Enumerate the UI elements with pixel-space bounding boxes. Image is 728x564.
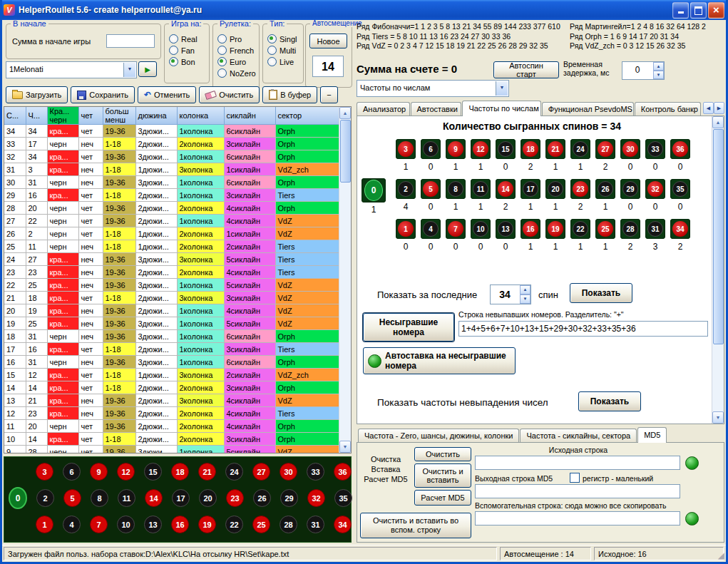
freq-number-21[interactable]: 21 [545,139,565,159]
freq-number-18[interactable]: 18 [521,139,540,159]
table-scrollbar[interactable] [339,107,351,453]
missed-numbers-button[interactable]: Несыгравшие номера [363,313,454,342]
board-number-30[interactable]: 30 [280,463,297,481]
freq-number-7[interactable]: 7 [446,219,466,239]
freq-number-27[interactable]: 27 [595,139,615,159]
strategy-select[interactable]: 1Melonati [6,61,137,78]
board-number-17[interactable]: 17 [172,489,190,507]
freq-number-14[interactable]: 14 [496,179,516,199]
spinner-up-icon[interactable] [653,62,664,71]
spinner-down-icon[interactable] [653,71,664,79]
freq-number-1[interactable]: 1 [396,219,416,239]
undo-button[interactable]: Отменить [138,86,196,103]
panel-scrollbar[interactable] [712,116,724,424]
board-number-28[interactable]: 28 [280,516,297,533]
delay-spinner[interactable]: 0 [622,61,665,80]
freq-number-5[interactable]: 5 [421,179,441,199]
scroll-down-icon[interactable] [339,441,351,453]
board-number-26[interactable]: 26 [253,489,271,507]
freq-number-9[interactable]: 9 [446,139,466,159]
maximize-button[interactable] [690,2,707,19]
table-scrollbar-thumb[interactable] [340,120,351,183]
board-number-12[interactable]: 12 [117,463,135,481]
column-header-сектор[interactable]: сектор [275,107,339,125]
buffer-button[interactable]: В буфер [262,86,317,103]
radio-real[interactable]: Real [169,34,209,43]
tab-частота-zero-шансы-дюжины-колонки[interactable]: Частота - Zero, шансы, дюжины, колонки [358,429,519,442]
board-number-23[interactable]: 23 [226,489,244,507]
board-number-8[interactable]: 8 [91,489,108,507]
tab-функционал-psevdoms[interactable]: Функционал PsevdoMS [542,102,634,116]
md5-source-input[interactable] [475,456,680,470]
start-sum-input[interactable] [106,34,155,48]
freq-number-13[interactable]: 13 [496,219,516,239]
board-number-27[interactable]: 27 [252,463,270,481]
mode-select[interactable]: Частоты по числам [357,80,509,97]
freq-number-28[interactable]: 28 [620,219,640,239]
board-number-21[interactable]: 21 [198,463,216,481]
radio-singl[interactable]: Singl [267,34,303,43]
board-number-31[interactable]: 31 [307,516,324,533]
checkbox-icon[interactable] [570,473,580,483]
board-number-14[interactable]: 14 [145,489,163,507]
show-missed-freq-button[interactable]: Показать [578,391,641,411]
board-number-25[interactable]: 25 [252,516,270,533]
freq-number-4[interactable]: 4 [421,219,441,239]
board-number-7[interactable]: 7 [90,516,108,533]
freq-number-25[interactable]: 25 [595,219,615,239]
freq-number-6[interactable]: 6 [421,139,441,159]
play-button[interactable] [138,61,157,77]
clear-button[interactable]: Очистить [199,86,260,103]
scroll-up-icon[interactable] [712,116,724,128]
radio-nozero[interactable]: NoZero [217,68,259,78]
panel-scrollbar-thumb[interactable] [713,129,724,344]
radio-euro[interactable]: Euro [217,57,259,66]
new-shift-button[interactable]: Новое [309,34,347,48]
column-header-чет[interactable]: чет [78,107,103,125]
board-number-0[interactable]: 0 [9,487,27,509]
board-number-9[interactable]: 9 [90,463,108,481]
tab-частота-сиклайны-сектора[interactable]: Частота - сиклайны, сектора [520,429,637,442]
resize-grip[interactable] [718,550,724,560]
md5-register-checkbox[interactable]: регистр - маленький [570,473,653,483]
board-number-16[interactable]: 16 [171,516,189,533]
minus-button[interactable]: − [320,86,337,103]
board-number-19[interactable]: 19 [198,516,216,533]
board-number-22[interactable]: 22 [225,516,243,533]
minimize-button[interactable] [672,2,689,19]
freq-number-15[interactable]: 15 [496,139,516,159]
column-header-больш[interactable]: большменш [103,107,135,125]
md5-clear-aux-button[interactable]: Очистить и вставить во вспом. строку [360,513,471,538]
missed-numbers-input[interactable] [458,321,708,337]
freq-number-20[interactable]: 20 [545,179,565,199]
md5-clear-paste-button[interactable]: Очистить и вставить [414,463,471,488]
column-header-колонка[interactable]: колонка [177,107,224,125]
md5-paste-ball-icon[interactable] [685,456,699,470]
freq-number-2[interactable]: 2 [396,179,416,199]
board-number-29[interactable]: 29 [280,489,298,507]
chevron-down-icon[interactable] [496,81,508,96]
freq-number-23[interactable]: 23 [570,179,590,199]
freq-number-26[interactable]: 26 [595,179,615,199]
freq-number-8[interactable]: 8 [446,179,466,199]
freq-number-34[interactable]: 34 [670,219,690,239]
column-header-дюжина[interactable]: дюжина [135,107,177,125]
radio-multi[interactable]: Multi [267,46,303,55]
board-number-33[interactable]: 33 [307,463,324,481]
tab-автоставки[interactable]: Автоставки [411,102,462,116]
tab-scroll-left-icon[interactable] [703,102,714,114]
last-spins-spinner[interactable]: 34 [490,284,531,304]
md5-aux-input[interactable] [475,511,680,525]
board-number-3[interactable]: 3 [36,463,53,481]
tab-scroll-right-icon[interactable] [714,102,724,114]
column-header-с-[interactable]: С... [4,107,26,125]
tab-частоты-по-числам[interactable]: Частоты по числам [462,101,540,116]
board-number-5[interactable]: 5 [63,489,81,507]
freq-number-35[interactable]: 35 [670,179,690,199]
freq-number-10[interactable]: 10 [471,219,491,239]
md5-aux-ball-icon[interactable] [685,512,699,525]
freq-number-22[interactable]: 22 [570,219,590,239]
radio-pro[interactable]: Pro [217,34,259,43]
board-number-35[interactable]: 35 [334,489,352,507]
freq-number-29[interactable]: 29 [620,179,640,199]
